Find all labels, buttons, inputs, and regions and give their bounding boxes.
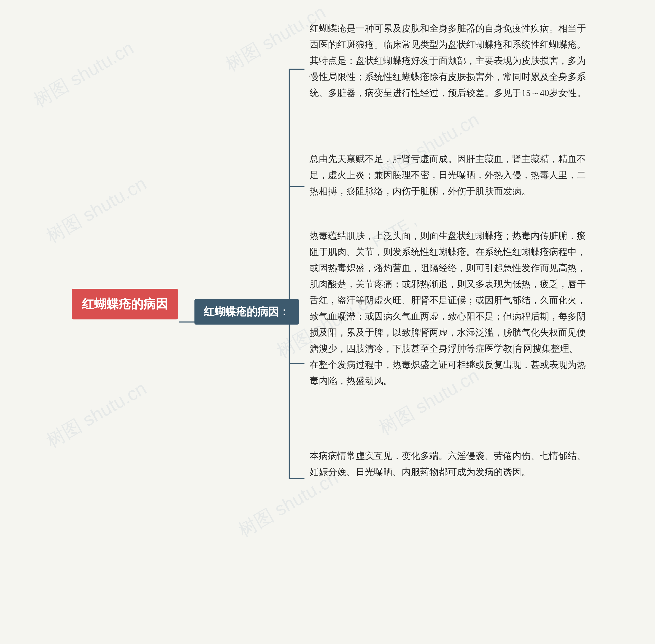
text-block-3: 热毒蕴结肌肤，上泛头面，则面生盘状红蝴蝶疮；热毒内传脏腑，瘀阻于肌肉、关节，则发… [310, 228, 586, 389]
sub-node: 红蝴蝶疮的病因： [194, 299, 299, 325]
text-block-4-content: 本病病情常虚实互见，变化多端。六淫侵袭、劳倦内伤、七情郁结、妊娠分娩、日光曝晒、… [310, 451, 586, 477]
text-block-2-content: 总由先天禀赋不足，肝肾亏虚而成。因肝主藏血，肾主藏精，精血不足，虚火上炎；兼因腠… [310, 154, 586, 196]
text-block-1: 红蝴蝶疮是一种可累及皮肤和全身多脏器的自身免疫性疾病。相当于西医的红斑狼疮。临床… [310, 21, 586, 101]
central-node: 红蝴蝶疮的病因 [72, 289, 178, 319]
text-block-2: 总由先天禀赋不足，肝肾亏虚而成。因肝主藏血，肾主藏精，精血不足，虚火上炎；兼因腠… [310, 151, 586, 200]
watermark: 树图 shutu.cn [30, 37, 137, 111]
central-node-label: 红蝴蝶疮的病因 [82, 297, 168, 311]
text-block-1-content: 红蝴蝶疮是一种可累及皮肤和全身多脏器的自身免疫性疾病。相当于西医的红斑狼疮。临床… [310, 23, 586, 98]
text-block-3-content: 热毒蕴结肌肤，上泛头面，则面生盘状红蝴蝶疮；热毒内传脏腑，瘀阻于肌肉、关节，则发… [310, 231, 586, 386]
watermark: 树图 shutu.cn [43, 173, 150, 247]
sub-node-label: 红蝴蝶疮的病因： [204, 306, 290, 318]
text-block-4: 本病病情常虚实互见，变化多端。六淫侵袭、劳倦内伤、七情郁结、妊娠分娩、日光曝晒、… [310, 448, 586, 480]
watermark: 树图 shutu.cn [43, 378, 150, 451]
